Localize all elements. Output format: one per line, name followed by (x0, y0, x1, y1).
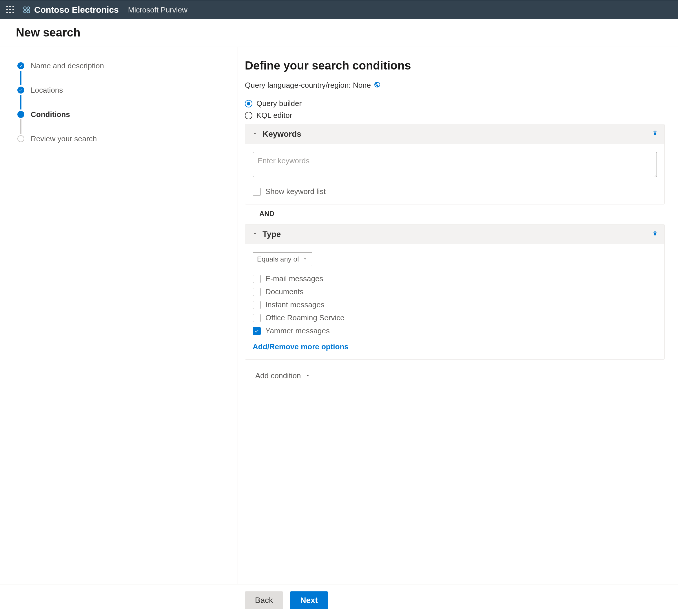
step-connector (20, 71, 22, 85)
plus-icon (245, 371, 251, 380)
checkbox-icon (253, 301, 261, 309)
radio-label: KQL editor (256, 111, 292, 120)
check-icon (17, 62, 24, 69)
step-connector (20, 95, 22, 110)
radio-icon (245, 112, 252, 119)
radio-label: Query builder (256, 99, 302, 108)
wizard-footer: Back Next (0, 584, 678, 616)
card-header: Type (245, 225, 665, 244)
delete-icon[interactable] (652, 230, 658, 239)
svg-point-3 (27, 10, 30, 13)
chevron-up-icon[interactable] (252, 129, 258, 139)
card-header: Keywords (245, 124, 665, 144)
back-button[interactable]: Back (245, 591, 283, 609)
add-condition-label: Add condition (255, 371, 301, 380)
type-option-instant-messages[interactable]: Instant messages (253, 300, 657, 309)
type-options-list: E-mail messagesDocumentsInstant messages… (253, 274, 657, 335)
check-icon (17, 87, 24, 93)
translate-icon[interactable] (374, 81, 381, 90)
chevron-down-icon (305, 371, 310, 380)
page-title: New search (16, 26, 662, 39)
wizard-steps: Name and descriptionLocationsConditionsR… (0, 47, 237, 584)
type-card: Type Equals any of E-mail messagesDocume… (245, 224, 665, 360)
main-content: Define your search conditions Query lang… (237, 47, 678, 584)
upcoming-step-dot (17, 135, 24, 142)
svg-point-0 (24, 7, 26, 9)
current-step-dot (17, 111, 24, 118)
next-button[interactable]: Next (290, 591, 328, 609)
chevron-down-icon (302, 255, 308, 263)
select-value: Equals any of (257, 255, 299, 263)
page-header: New search (0, 19, 678, 47)
step-label: Review your search (31, 134, 97, 143)
keywords-card: Keywords Show keyword list (245, 124, 665, 204)
app-launcher-icon[interactable] (6, 6, 14, 14)
checkbox-icon (253, 275, 261, 283)
type-option-office-roaming-service[interactable]: Office Roaming Service (253, 313, 657, 322)
checkbox-label: Documents (265, 287, 304, 296)
svg-point-1 (27, 7, 30, 9)
query-language-row: Query language-country/region: None (245, 81, 665, 90)
checkbox-icon (253, 327, 261, 335)
step-label: Locations (31, 86, 63, 95)
radio-kql-editor[interactable]: KQL editor (245, 111, 665, 120)
type-operator-select[interactable]: Equals any of (253, 252, 312, 266)
delete-icon[interactable] (652, 129, 658, 139)
branding: Contoso Electronics (23, 5, 119, 15)
keywords-input[interactable] (253, 152, 657, 177)
checkbox-icon (253, 314, 261, 322)
step-label: Conditions (31, 110, 70, 119)
logo-icon (23, 6, 31, 14)
chevron-up-icon[interactable] (252, 230, 258, 239)
query-language-label: Query language-country/region: None (245, 81, 371, 90)
card-title: Type (263, 230, 281, 239)
svg-point-2 (24, 10, 26, 13)
type-option-yammer-messages[interactable]: Yammer messages (253, 326, 657, 335)
section-heading: Define your search conditions (245, 59, 665, 72)
radio-query-builder[interactable]: Query builder (245, 99, 665, 108)
boolean-operator: AND (245, 204, 665, 223)
checkbox-label: Office Roaming Service (265, 313, 344, 322)
type-option-documents[interactable]: Documents (253, 287, 657, 296)
type-option-e-mail-messages[interactable]: E-mail messages (253, 274, 657, 283)
checkbox-icon (253, 288, 261, 296)
wizard-step-review-your-search[interactable]: Review your search (17, 134, 220, 144)
checkbox-label: Yammer messages (265, 326, 330, 335)
radio-icon (245, 100, 252, 108)
step-label: Name and description (31, 62, 104, 70)
wizard-step-conditions[interactable]: Conditions (17, 110, 220, 119)
checkbox-label: E-mail messages (265, 274, 323, 283)
card-title: Keywords (263, 129, 301, 139)
product-name: Microsoft Purview (128, 5, 187, 14)
topbar: Contoso Electronics Microsoft Purview (0, 0, 678, 19)
checkbox-label: Instant messages (265, 300, 325, 309)
add-remove-options-link[interactable]: Add/Remove more options (253, 342, 348, 351)
add-condition-button[interactable]: Add condition (245, 371, 665, 380)
checkbox-label: Show keyword list (265, 187, 326, 196)
show-keyword-list-checkbox[interactable]: Show keyword list (253, 187, 657, 196)
wizard-step-locations[interactable]: Locations (17, 85, 220, 95)
org-name: Contoso Electronics (34, 5, 119, 15)
step-connector (20, 119, 22, 134)
wizard-step-name-and-description[interactable]: Name and description (17, 61, 220, 71)
checkbox-icon (253, 188, 261, 196)
